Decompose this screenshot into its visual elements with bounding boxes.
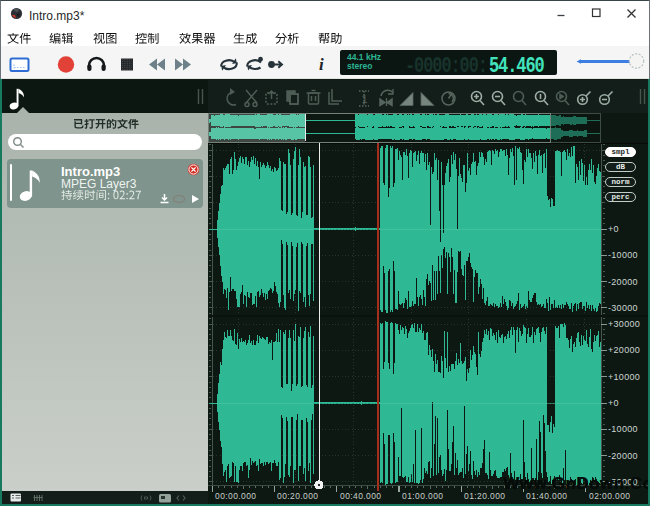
svg-text:i: i <box>319 55 324 74</box>
svg-text:1: 1 <box>362 93 368 105</box>
